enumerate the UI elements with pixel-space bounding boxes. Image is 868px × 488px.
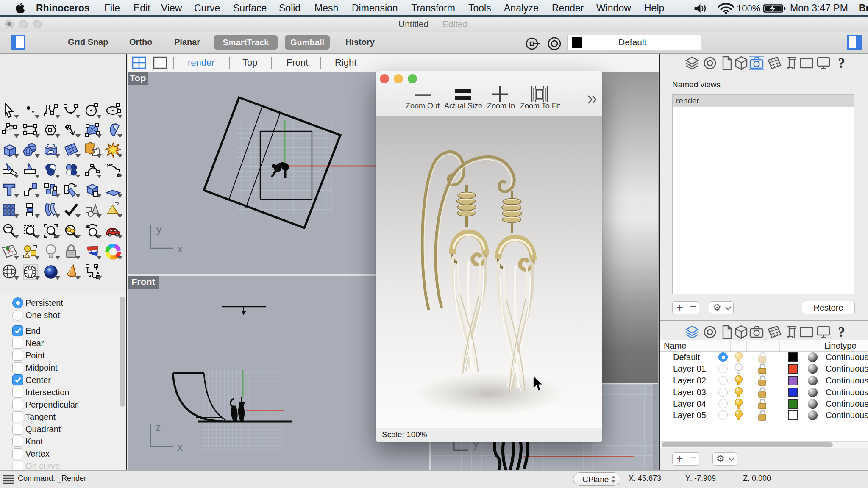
svg-text:?: ? [838,56,845,70]
svg-text:?: ? [838,325,845,339]
svg-text:y: y [156,224,161,235]
svg-text:z: z [156,421,161,433]
svg-text:x: x [178,441,183,453]
svg-text:x: x [178,243,183,255]
